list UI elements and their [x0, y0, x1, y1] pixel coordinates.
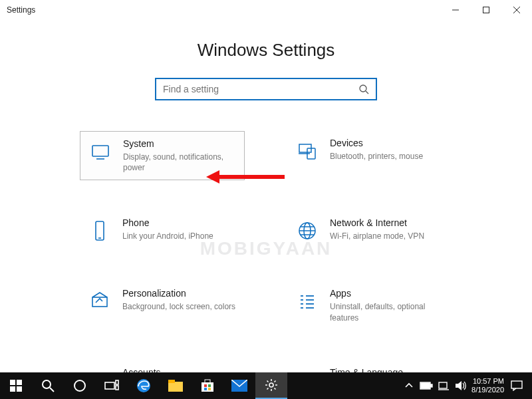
action-center-icon[interactable] — [508, 380, 525, 391]
maximize-button[interactable] — [471, 0, 501, 20]
svg-rect-44 — [116, 386, 118, 390]
svg-point-55 — [269, 383, 273, 387]
tile-desc: Wi-Fi, airplane mode, VPN — [330, 231, 424, 241]
svg-point-4 — [360, 85, 366, 92]
paintbrush-icon — [88, 291, 112, 315]
tile-title: Time & Language — [330, 367, 403, 372]
svg-rect-62 — [511, 381, 522, 388]
svg-rect-42 — [105, 382, 114, 389]
svg-rect-48 — [201, 382, 213, 392]
window-titlebar: Settings — [0, 0, 532, 20]
store-icon[interactable] — [192, 372, 223, 399]
tile-title: Phone — [122, 217, 213, 228]
file-explorer-icon[interactable] — [160, 372, 192, 399]
tile-accounts[interactable]: Accounts — [80, 360, 245, 372]
battery-icon[interactable] — [420, 382, 433, 390]
tile-network[interactable]: Network & Internet Wi-Fi, airplane mode,… — [287, 211, 452, 251]
svg-point-41 — [74, 380, 85, 391]
taskbar-left — [0, 372, 287, 399]
svg-rect-51 — [208, 384, 211, 387]
svg-rect-53 — [208, 388, 211, 390]
svg-line-5 — [366, 91, 368, 94]
svg-rect-38 — [17, 386, 22, 392]
svg-rect-50 — [204, 384, 207, 387]
tile-desc: Uninstall, defaults, optional features — [330, 301, 444, 323]
svg-rect-59 — [439, 382, 447, 388]
tile-desc: Link your Android, iPhone — [122, 231, 213, 241]
tile-title: System — [123, 138, 236, 149]
tile-title: Devices — [330, 138, 423, 148]
close-button[interactable] — [501, 0, 532, 20]
svg-rect-36 — [17, 380, 22, 385]
svg-rect-11 — [96, 221, 104, 240]
window-title: Settings — [7, 5, 35, 15]
taskbar-search-icon[interactable] — [32, 372, 64, 399]
svg-rect-6 — [92, 146, 108, 156]
svg-rect-47 — [168, 380, 175, 383]
svg-rect-52 — [204, 388, 207, 390]
apps-list-icon — [295, 291, 319, 315]
tile-title: Network & Internet — [330, 217, 424, 228]
taskbar: 10:57 PM 8/19/2020 — [0, 372, 532, 399]
tray-overflow-icon[interactable] — [402, 382, 416, 390]
tile-desc: Background, lock screen, colors — [122, 301, 235, 312]
tile-desc: Bluetooth, printers, mouse — [330, 151, 423, 162]
svg-point-39 — [43, 380, 51, 388]
svg-line-40 — [50, 388, 54, 392]
display-icon — [88, 141, 112, 165]
window-controls — [440, 0, 532, 20]
page-body: Windows Settings MOBIGYAAN — [0, 20, 532, 372]
svg-marker-61 — [456, 381, 462, 390]
taskbar-date: 8/19/2020 — [471, 386, 504, 394]
tile-personalization[interactable]: Personalization Background, lock screen,… — [80, 281, 245, 329]
task-view-icon[interactable] — [96, 372, 128, 399]
edge-icon[interactable] — [128, 372, 160, 399]
devices-icon — [295, 140, 319, 164]
volume-icon[interactable] — [454, 380, 467, 391]
svg-rect-37 — [10, 386, 15, 392]
globe-icon — [295, 220, 319, 244]
tile-time-language[interactable]: A 字 Time & Language — [287, 360, 452, 372]
settings-tiles: System Display, sound, notifications, po… — [80, 131, 452, 372]
svg-rect-57 — [430, 384, 432, 387]
cortana-icon[interactable] — [64, 372, 96, 399]
start-button[interactable] — [0, 372, 32, 399]
taskbar-time: 10:57 PM — [473, 377, 504, 386]
taskbar-clock[interactable]: 10:57 PM 8/19/2020 — [471, 377, 504, 394]
taskbar-right: 10:57 PM 8/19/2020 — [402, 372, 532, 399]
tile-title: Accounts — [122, 367, 161, 372]
minimize-button[interactable] — [440, 0, 471, 20]
svg-rect-46 — [168, 382, 183, 392]
svg-marker-34 — [206, 170, 219, 184]
mail-icon[interactable] — [223, 372, 255, 399]
tile-apps[interactable]: Apps Uninstall, defaults, optional featu… — [287, 281, 452, 329]
page-title: Windows Settings — [0, 40, 532, 61]
search-box[interactable] — [155, 78, 377, 100]
phone-icon — [88, 220, 112, 244]
svg-rect-1 — [483, 7, 489, 13]
tile-devices[interactable]: Devices Bluetooth, printers, mouse — [287, 131, 452, 180]
svg-rect-43 — [116, 380, 118, 384]
svg-rect-35 — [10, 380, 15, 385]
tile-title: Apps — [330, 288, 444, 299]
tile-phone[interactable]: Phone Link your Android, iPhone — [80, 211, 245, 251]
callout-arrow — [206, 170, 286, 184]
search-input[interactable] — [163, 84, 349, 94]
search-icon — [358, 84, 369, 94]
network-tray-icon[interactable] — [437, 381, 450, 390]
svg-rect-58 — [421, 383, 430, 388]
settings-taskbar-icon[interactable] — [255, 372, 287, 399]
tile-title: Personalization — [122, 288, 235, 299]
